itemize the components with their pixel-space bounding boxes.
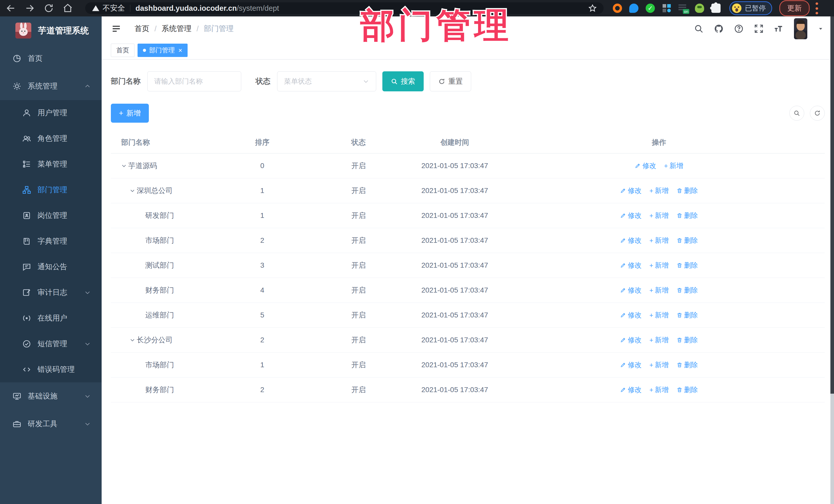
edit-action[interactable]: 修改 — [620, 310, 641, 320]
add-action[interactable]: +新增 — [649, 360, 668, 370]
app-logo-row[interactable]: 芋道管理系统 — [0, 17, 102, 45]
edit-action[interactable]: 修改 — [620, 286, 641, 295]
edit-action[interactable]: 修改 — [635, 161, 656, 170]
sidebar-item-系统管理[interactable]: 系统管理 — [0, 72, 102, 100]
delete-action[interactable]: 删除 — [676, 385, 698, 394]
breadcrumb-item[interactable]: 系统管理 — [162, 24, 192, 34]
address-bar[interactable]: 不安全 dashboard.yudao.iocoder.cn/system/de… — [85, 2, 603, 14]
avatar-caret-icon[interactable] — [817, 26, 824, 32]
sidebar-item-通知公告[interactable]: 通知公告 — [0, 254, 102, 280]
home-icon[interactable] — [63, 3, 73, 13]
orange-ring-extension-icon[interactable] — [613, 4, 622, 13]
refresh-table-button[interactable] — [810, 106, 825, 120]
reload-icon[interactable] — [44, 3, 54, 13]
search-icon[interactable] — [694, 24, 704, 34]
edit-action[interactable]: 修改 — [620, 360, 641, 370]
edit-action[interactable]: 修改 — [620, 335, 641, 345]
delete-action[interactable]: 删除 — [676, 186, 698, 195]
add-action[interactable]: +新增 — [649, 186, 668, 195]
refresh-icon — [814, 110, 821, 116]
sidebar-item-在线用户[interactable]: 在线用户 — [0, 305, 102, 331]
reset-button[interactable]: 重置 — [430, 71, 471, 91]
add-action[interactable]: +新增 — [649, 236, 668, 245]
tab-部门管理[interactable]: 部门管理× — [137, 44, 188, 57]
expand-arrow-icon[interactable] — [121, 163, 127, 169]
tab-首页[interactable]: 首页 — [111, 44, 134, 57]
sidebar-item-岗位管理[interactable]: 岗位管理 — [0, 203, 102, 228]
browser-menu-icon[interactable]: ••• — [814, 1, 819, 15]
spy-extension-icon[interactable] — [695, 4, 704, 13]
sidebar-item-角色管理[interactable]: 角色管理 — [0, 126, 102, 151]
on-badge-extension-icon[interactable]: on — [679, 4, 688, 13]
create-time-cell: 2021-01-05 17:03:47 — [416, 286, 493, 294]
sidebar-item-用户管理[interactable]: 用户管理 — [0, 100, 102, 126]
table-row: 测试部门3开启2021-01-05 17:03:47修改+新增删除 — [111, 253, 825, 278]
delete-action[interactable]: 删除 — [676, 211, 698, 220]
expand-arrow-icon[interactable] — [130, 188, 135, 194]
fullscreen-icon[interactable] — [754, 24, 764, 34]
delete-action[interactable]: 删除 — [676, 236, 698, 245]
toggle-search-button[interactable] — [789, 106, 804, 120]
sidebar-item-审计日志[interactable]: 审计日志 — [0, 280, 102, 305]
status-cell: 开启 — [301, 310, 416, 320]
sidebar-item-菜单管理[interactable]: 菜单管理 — [0, 151, 102, 177]
breadcrumb: 首页/系统管理/部门管理 — [134, 24, 234, 34]
sidebar-item-字典管理[interactable]: 字典管理 — [0, 228, 102, 254]
green-check-extension-icon[interactable]: ✓ — [646, 4, 655, 13]
delete-action[interactable]: 删除 — [676, 286, 698, 295]
add-action[interactable]: +新增 — [649, 286, 668, 295]
back-icon[interactable] — [6, 3, 16, 13]
sidebar-item-label: 通知公告 — [38, 262, 67, 272]
breadcrumb-item[interactable]: 首页 — [134, 24, 149, 34]
status-select[interactable]: 菜单状态 — [277, 71, 376, 91]
add-action[interactable]: +新增 — [649, 211, 668, 220]
app-frame: 芋道管理系统 首页系统管理用户管理角色管理菜单管理部门管理岗位管理字典管理通知公… — [0, 17, 834, 504]
bookmark-star-icon[interactable] — [588, 4, 597, 13]
add-action[interactable]: +新增 — [664, 161, 683, 170]
sidebar-item-错误码管理[interactable]: 错误码管理 — [0, 357, 102, 382]
delete-action[interactable]: 删除 — [676, 335, 698, 345]
sidebar-item-部门管理[interactable]: 部门管理 — [0, 177, 102, 203]
breadcrumb-item: 部门管理 — [204, 24, 234, 34]
sidebar-item-label: 短信管理 — [38, 339, 67, 349]
delete-action[interactable]: 删除 — [676, 310, 698, 320]
edit-action[interactable]: 修改 — [620, 211, 641, 220]
edit-action[interactable]: 修改 — [620, 186, 641, 195]
sidebar-item-基础设施[interactable]: 基础设施 — [0, 382, 102, 410]
search-button[interactable]: 搜索 — [382, 71, 424, 91]
help-icon[interactable] — [734, 24, 744, 34]
puzzle-extension-icon[interactable] — [711, 4, 721, 13]
scrollbar-thumb[interactable] — [830, 17, 834, 394]
forward-icon[interactable] — [25, 3, 35, 13]
active-tab-dot — [143, 49, 146, 52]
status-cell: 开启 — [301, 161, 416, 171]
add-action[interactable]: +新增 — [649, 261, 668, 270]
add-action[interactable]: +新增 — [649, 335, 668, 345]
add-button[interactable]: + 新增 — [111, 104, 149, 123]
security-label[interactable]: 不安全 — [103, 3, 125, 13]
edit-action[interactable]: 修改 — [620, 236, 641, 245]
page-scrollbar[interactable] — [830, 17, 834, 504]
update-button[interactable]: 更新 — [780, 0, 810, 16]
sidebar-item-短信管理[interactable]: 短信管理 — [0, 331, 102, 357]
sidebar-item-研发工具[interactable]: 研发工具 — [0, 410, 102, 438]
hamburger-icon[interactable] — [111, 23, 122, 34]
delete-action[interactable]: 删除 — [676, 261, 698, 270]
profile-paused-chip[interactable]: 已暂停 — [729, 1, 772, 15]
github-icon[interactable] — [714, 24, 724, 34]
delete-action[interactable]: 删除 — [676, 360, 698, 370]
user-avatar[interactable] — [794, 18, 807, 39]
sidebar-item-首页[interactable]: 首页 — [0, 45, 102, 72]
close-tab-icon[interactable]: × — [178, 47, 182, 53]
add-action[interactable]: +新增 — [649, 310, 668, 320]
add-action[interactable]: +新增 — [649, 385, 668, 394]
expand-arrow-icon[interactable] — [130, 337, 135, 343]
font-size-icon[interactable] — [774, 24, 784, 34]
plus-icon: + — [664, 162, 668, 169]
page-url[interactable]: dashboard.yudao.iocoder.cn/system/dept — [135, 4, 279, 13]
edit-action[interactable]: 修改 — [620, 261, 641, 270]
blue-pin-extension-icon[interactable] — [629, 4, 638, 13]
grid-extension-icon[interactable] — [662, 4, 671, 13]
edit-action[interactable]: 修改 — [620, 385, 641, 394]
dept-name-input[interactable] — [147, 71, 241, 91]
